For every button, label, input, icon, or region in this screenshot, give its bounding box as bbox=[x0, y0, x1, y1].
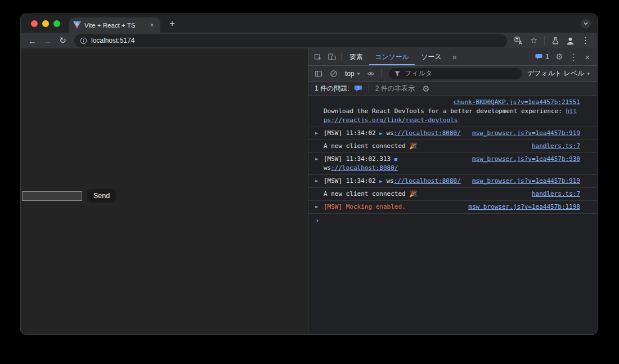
log-level-selector[interactable]: デフォルト レベル ▾ bbox=[527, 69, 594, 78]
console-row: msw_browser.js?v=1ea4457b:930▶[MSW] 11:3… bbox=[308, 153, 597, 175]
toolbar-divider bbox=[544, 36, 545, 45]
console-link[interactable]: ://localhost:8080/ bbox=[331, 164, 398, 172]
prompt-chevron-icon: › bbox=[315, 216, 320, 224]
browser-menu-icon[interactable]: ⋮ bbox=[578, 34, 593, 47]
chevron-down-icon: ▾ bbox=[587, 71, 590, 77]
toolbar-divider bbox=[381, 69, 382, 78]
labs-flask-icon[interactable] bbox=[548, 34, 562, 47]
forward-button[interactable]: → bbox=[41, 34, 55, 47]
devtools-menu-icon[interactable]: ⋮ bbox=[567, 50, 580, 64]
tab-sources[interactable]: ソース bbox=[415, 48, 447, 65]
messages-count: 1 bbox=[545, 53, 549, 61]
address-bar[interactable]: localhost:5174 bbox=[74, 34, 507, 47]
browser-toolbar: ← → ↻ localhost:5174 ☆ bbox=[21, 33, 597, 48]
console-text: Download the React DevTools for a better… bbox=[324, 107, 566, 115]
message-bubble-icon bbox=[535, 53, 542, 60]
console-filter-input[interactable]: フィルタ bbox=[389, 68, 522, 79]
hidden-messages-label[interactable]: 2 件の非表示 bbox=[375, 84, 415, 93]
bookmark-star-icon[interactable]: ☆ bbox=[527, 34, 541, 47]
filter-placeholder: フィルタ bbox=[405, 69, 432, 78]
browser-tab[interactable]: Vite + React + TS × bbox=[69, 17, 160, 33]
profile-avatar[interactable] bbox=[563, 34, 577, 47]
console-row: msw_browser.js?v=1ea4457b:919▶[MSW] 11:3… bbox=[308, 127, 597, 140]
tab-elements[interactable]: 要素 bbox=[344, 48, 369, 65]
console-row: msw_browser.js?v=1ea4457b:919▶[MSW] 11:3… bbox=[308, 175, 597, 188]
infobar-settings-icon[interactable]: ⚙ bbox=[419, 82, 433, 96]
context-label: top bbox=[345, 70, 355, 78]
console-text: A new client connected bbox=[324, 142, 409, 150]
vite-favicon bbox=[73, 21, 81, 29]
context-selector[interactable]: top ▾ bbox=[342, 70, 362, 78]
site-info-icon[interactable] bbox=[80, 37, 87, 44]
console-source-link[interactable]: msw_browser.js?v=1ea4457b:919 bbox=[472, 129, 580, 138]
svg-text:1: 1 bbox=[357, 86, 359, 90]
devtools-settings-icon[interactable]: ⚙ bbox=[553, 50, 566, 64]
console-text: A new client connected bbox=[324, 190, 409, 197]
inspect-element-icon[interactable] bbox=[311, 50, 325, 64]
console-source-link[interactable]: chunk-BKD0QAKP.js?v=1ea4457b:21551 bbox=[315, 98, 580, 107]
expand-arrow-icon[interactable]: ▶ bbox=[315, 155, 324, 164]
console-rows: chunk-BKD0QAKP.js?v=1ea4457b:21551Downlo… bbox=[308, 96, 597, 214]
console-infobar: 1 件の問題: 1 2 件の非表示 ⚙ bbox=[308, 82, 597, 96]
expand-arrow-icon[interactable]: ▶ bbox=[315, 177, 324, 186]
expand-arrow-icon[interactable]: ▶ bbox=[315, 129, 324, 138]
devtools-tab-bar: 要素 コンソール ソース » 1 ⚙ ⋮ × bbox=[308, 48, 597, 66]
funnel-icon bbox=[394, 70, 401, 77]
console-prompt[interactable]: › bbox=[308, 214, 597, 228]
stop-icon: ■ bbox=[394, 156, 397, 162]
traffic-lights bbox=[31, 20, 60, 27]
zoom-window-button[interactable] bbox=[53, 20, 60, 27]
tab-console[interactable]: コンソール bbox=[369, 48, 415, 65]
console-source-link[interactable]: handlers.ts:7 bbox=[532, 190, 580, 199]
log-level-label: デフォルト レベル bbox=[527, 69, 585, 78]
party-emoji: 🎉 bbox=[409, 190, 417, 197]
console-link[interactable]: ://localhost:8080/ bbox=[394, 129, 461, 137]
chevron-down-icon bbox=[583, 21, 589, 26]
devtools-divider bbox=[341, 53, 342, 61]
new-tab-button[interactable]: + bbox=[165, 17, 179, 30]
console-row: handlers.ts:7A new client connected 🎉 bbox=[308, 140, 597, 153]
party-emoji: 🎉 bbox=[409, 142, 417, 150]
device-toolbar-icon[interactable] bbox=[325, 50, 339, 64]
console-source-link[interactable]: msw_browser.js?v=1ea4457b:930 bbox=[472, 155, 580, 164]
console-text: [MSW] 11:34:02.313 bbox=[324, 155, 394, 163]
console-source-link[interactable]: handlers.ts:7 bbox=[532, 142, 580, 151]
more-panels-icon[interactable]: » bbox=[448, 50, 461, 64]
console-row: handlers.ts:7A new client connected 🎉 bbox=[308, 188, 597, 201]
back-button[interactable]: ← bbox=[25, 34, 39, 47]
chat-form: Send bbox=[22, 189, 116, 203]
send-button[interactable]: Send bbox=[87, 189, 116, 203]
console-toolbar: top ▾ フィルタ デフォルト レベル bbox=[308, 66, 597, 82]
console-text: ws bbox=[383, 177, 394, 185]
minimize-window-button[interactable] bbox=[42, 20, 49, 27]
console-messages-badge[interactable]: 1 bbox=[532, 53, 552, 61]
live-expression-eye-icon[interactable] bbox=[364, 67, 378, 80]
tab-title: Vite + React + TS bbox=[84, 22, 144, 29]
console-log: chunk-BKD0QAKP.js?v=1ea4457b:21551Downlo… bbox=[308, 96, 597, 335]
browser-window: Vite + React + TS × + ← → ↻ localhost:51… bbox=[20, 14, 598, 335]
expand-arrow-icon[interactable]: ▶ bbox=[315, 203, 324, 212]
devtools-panel: 要素 コンソール ソース » 1 ⚙ ⋮ × bbox=[308, 48, 597, 335]
console-source-link[interactable]: msw_browser.js?v=1ea4457b:919 bbox=[472, 177, 580, 186]
console-message: Download the React DevTools for a better… bbox=[324, 107, 580, 125]
web-page: Send bbox=[21, 48, 308, 335]
console-row: chunk-BKD0QAKP.js?v=1ea4457b:21551Downlo… bbox=[308, 96, 597, 127]
console-text: [MSW] 11:34:02 bbox=[324, 177, 379, 185]
console-text: ws bbox=[383, 129, 394, 137]
translate-icon[interactable] bbox=[512, 34, 526, 47]
console-link[interactable]: ://localhost:8080/ bbox=[394, 177, 461, 185]
devtools-close-icon[interactable]: × bbox=[581, 50, 594, 64]
console-text: ws bbox=[324, 164, 331, 172]
tab-search-button[interactable] bbox=[581, 19, 591, 29]
tab-strip: Vite + React + TS × + bbox=[21, 14, 597, 33]
reload-button[interactable]: ↻ bbox=[56, 34, 70, 47]
clear-console-icon[interactable] bbox=[327, 67, 340, 80]
message-input[interactable] bbox=[22, 191, 82, 201]
issues-badge[interactable]: 1 bbox=[354, 85, 362, 92]
close-window-button[interactable] bbox=[31, 20, 38, 27]
tab-close-icon[interactable]: × bbox=[147, 21, 156, 30]
chevron-down-icon: ▾ bbox=[357, 71, 360, 77]
console-source-link[interactable]: msw_browser.js?v=1ea4457b:1198 bbox=[468, 203, 580, 212]
console-sidebar-icon[interactable] bbox=[312, 67, 325, 80]
console-text: [MSW] Mocking enabled. bbox=[324, 203, 406, 210]
